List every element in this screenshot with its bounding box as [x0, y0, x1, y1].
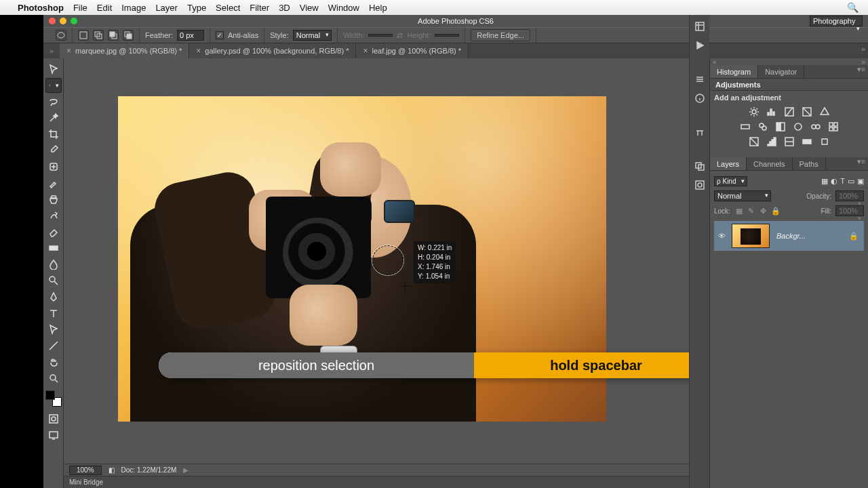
- menu-layer[interactable]: Layer: [155, 3, 178, 13]
- healing-brush-tool[interactable]: [45, 159, 62, 174]
- gradient-tool[interactable]: [45, 241, 62, 256]
- tab-leaf[interactable]: ×leaf.jpg @ 100% (RGB/8) *: [356, 43, 469, 58]
- selective-color-icon[interactable]: [818, 136, 831, 148]
- lock-transparent-icon[interactable]: ▦: [734, 206, 744, 216]
- crop-tool[interactable]: [45, 127, 62, 142]
- lock-all-icon[interactable]: 🔒: [771, 206, 781, 216]
- menu-image[interactable]: Image: [121, 3, 146, 13]
- lock-paint-icon[interactable]: ✎: [747, 206, 756, 216]
- spotlight-icon[interactable]: 🔍: [847, 2, 859, 13]
- layer-row-background[interactable]: 👁 Backgr... 🔒: [714, 221, 864, 251]
- menu-window[interactable]: Window: [328, 3, 359, 13]
- menu-help[interactable]: Help: [369, 3, 387, 13]
- hue-icon[interactable]: [739, 121, 751, 133]
- hand-tool[interactable]: [45, 354, 62, 369]
- history-brush-tool[interactable]: [45, 208, 62, 223]
- collapse-right-icon[interactable]: »: [861, 58, 865, 65]
- document-canvas[interactable]: W: 0.221 in H: 0.204 in X: 1.746 in Y: 1…: [118, 96, 606, 422]
- opacity-input[interactable]: 100%: [835, 190, 864, 201]
- subtract-selection-button[interactable]: [108, 30, 119, 41]
- actions-panel-icon[interactable]: [692, 38, 707, 53]
- adjustments-header[interactable]: Adjustments: [710, 79, 868, 91]
- app-name[interactable]: Photoshop: [18, 3, 64, 13]
- history-panel-icon[interactable]: [692, 19, 707, 34]
- intersect-selection-button[interactable]: [123, 30, 134, 41]
- tab-paths[interactable]: Paths: [793, 157, 826, 170]
- posterize-icon[interactable]: [766, 136, 778, 148]
- bw-icon[interactable]: [774, 121, 787, 133]
- invert-icon[interactable]: [748, 136, 760, 148]
- feather-input[interactable]: 0 px: [177, 30, 204, 41]
- vibrance-icon[interactable]: [818, 106, 831, 118]
- brush-tool[interactable]: [45, 176, 62, 190]
- workspace-select[interactable]: Photography: [810, 16, 863, 26]
- close-tab-icon[interactable]: ×: [196, 46, 201, 56]
- tab-marquee[interactable]: ×marquee.jpg @ 100% (RGB/8) *: [60, 43, 189, 58]
- close-tab-icon[interactable]: ×: [66, 46, 71, 56]
- elliptical-selection[interactable]: [372, 245, 403, 275]
- filter-adjust-icon[interactable]: ◐: [831, 177, 837, 186]
- menu-file[interactable]: File: [73, 3, 87, 13]
- antialias-checkbox[interactable]: ✓: [216, 31, 224, 39]
- layer-filter-select[interactable]: ρ Kind: [714, 176, 747, 186]
- filter-shape-icon[interactable]: ▭: [848, 177, 854, 186]
- foreground-background-color[interactable]: [45, 390, 62, 407]
- brightness-icon[interactable]: [748, 106, 760, 118]
- style-select[interactable]: Normal: [293, 30, 332, 41]
- tab-grabber-icon[interactable]: »: [43, 43, 60, 58]
- color-balance-icon[interactable]: [757, 121, 769, 133]
- levels-icon[interactable]: [766, 106, 778, 118]
- refine-edge-button[interactable]: Refine Edge...: [471, 29, 530, 41]
- line-tool[interactable]: [45, 338, 62, 353]
- gradient-map-icon[interactable]: [801, 136, 813, 148]
- clone-panel-icon[interactable]: [692, 159, 707, 174]
- zoom-level[interactable]: 100%: [69, 466, 102, 475]
- new-selection-button[interactable]: [78, 30, 89, 41]
- menu-select[interactable]: Select: [216, 3, 240, 13]
- elliptical-marquee-tool[interactable]: [45, 78, 62, 93]
- menu-edit[interactable]: Edit: [97, 3, 112, 13]
- clone-stamp-tool[interactable]: [45, 192, 62, 207]
- filter-smart-icon[interactable]: ▣: [857, 177, 864, 186]
- move-tool[interactable]: [45, 62, 62, 77]
- zoom-tool[interactable]: [45, 371, 62, 386]
- path-selection-tool[interactable]: [45, 322, 62, 337]
- magic-wand-tool[interactable]: [45, 110, 62, 125]
- channel-mixer-icon[interactable]: [810, 121, 822, 133]
- close-tab-icon[interactable]: ×: [363, 46, 368, 56]
- color-lookup-icon[interactable]: [827, 121, 840, 133]
- minimize-window-button[interactable]: [60, 18, 66, 24]
- menu-view[interactable]: View: [300, 3, 319, 13]
- dodge-tool[interactable]: [45, 273, 62, 288]
- status-picker-icon[interactable]: ◧: [108, 466, 115, 474]
- menu-3d[interactable]: 3D: [279, 3, 290, 13]
- layer-thumbnail[interactable]: [732, 224, 770, 248]
- tab-navigator[interactable]: Navigator: [758, 65, 804, 78]
- properties-panel-icon[interactable]: [692, 72, 707, 87]
- blend-mode-select[interactable]: Normal: [714, 190, 771, 201]
- add-selection-button[interactable]: [93, 30, 104, 41]
- mini-bridge-bar[interactable]: Mini Bridge: [64, 476, 709, 488]
- exposure-icon[interactable]: [801, 106, 813, 118]
- filter-pixel-icon[interactable]: ▦: [821, 177, 828, 186]
- close-window-button[interactable]: [49, 18, 56, 24]
- collapse-left-icon[interactable]: «: [713, 58, 717, 65]
- zoom-window-button[interactable]: [71, 18, 77, 24]
- visibility-toggle-icon[interactable]: 👁: [714, 232, 729, 240]
- threshold-icon[interactable]: [783, 136, 795, 148]
- tab-gallery[interactable]: ×gallery.psd @ 100% (background, RGB/8) …: [189, 43, 356, 58]
- tabs-expand-icon[interactable]: »: [861, 45, 865, 53]
- brush-panel-icon[interactable]: [692, 178, 707, 192]
- filter-type-icon[interactable]: T: [840, 177, 845, 186]
- eraser-tool[interactable]: [45, 224, 62, 239]
- tab-layers[interactable]: Layers: [710, 157, 747, 170]
- menu-type[interactable]: Type: [187, 3, 206, 13]
- character-panel-icon[interactable]: [692, 125, 707, 140]
- info-panel-icon[interactable]: [692, 91, 707, 106]
- quick-mask-toggle[interactable]: [45, 411, 62, 426]
- blur-tool[interactable]: [45, 257, 62, 272]
- pen-tool[interactable]: [45, 289, 62, 304]
- panel-menu-icon[interactable]: ▾≡: [857, 157, 868, 170]
- panel-menu-icon[interactable]: ▾≡: [857, 65, 868, 78]
- type-tool[interactable]: [45, 306, 62, 321]
